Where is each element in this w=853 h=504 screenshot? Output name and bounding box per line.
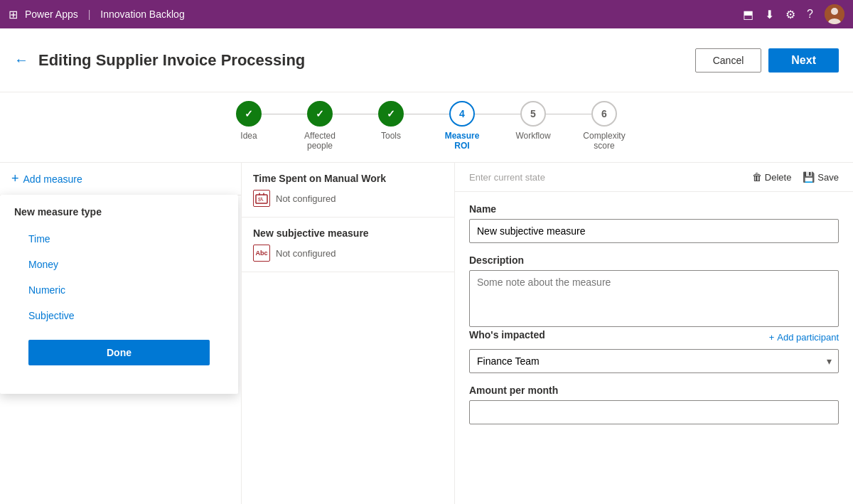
name-label: Name [469, 203, 839, 215]
help-icon[interactable]: ? [807, 8, 813, 21]
time-money-icon: $ [253, 190, 270, 207]
add-participant-link[interactable]: + Add participant [769, 332, 839, 343]
dropdown-done-button[interactable]: Done [28, 340, 210, 365]
page-title: Editing Supplier Invoice Processing [38, 51, 695, 70]
step-idea-label: Idea [240, 131, 257, 141]
participant-select-wrapper: Finance Team ▾ [469, 349, 839, 373]
back-button[interactable]: ← [14, 52, 28, 68]
right-panel: Enter current state 🗑 Delete 💾 Save Name… [455, 163, 853, 504]
measure-card-status-2: Abc Not configured [253, 245, 443, 262]
enter-current-state-label: Enter current state [469, 172, 545, 183]
abc-icon: Abc [253, 245, 270, 262]
topbar-separator: | [88, 9, 91, 20]
step-measure-circle: 4 [449, 101, 475, 127]
brand-label: Power Apps [25, 9, 78, 20]
topbar: ⊞ Power Apps | Innovation Backlog ⬒ ⬇ ⚙ … [0, 0, 853, 28]
step-complexity[interactable]: 6 Complexityscore [569, 101, 640, 151]
left-panel: + Add measure Sug Tim Mo Nu Sub New meas… [0, 163, 242, 504]
step-workflow[interactable]: 5 Workflow [498, 101, 569, 151]
measure-card-status: $ Not configured [253, 190, 443, 207]
fullscreen-icon[interactable]: ⬒ [743, 8, 753, 21]
whos-impacted-label: Who's impacted [469, 329, 545, 341]
step-tools-label: Tools [381, 131, 401, 141]
step-measure-label: MeasureROI [445, 131, 480, 151]
step-workflow-circle: 5 [520, 101, 546, 127]
add-measure-row[interactable]: + Add measure [0, 163, 241, 195]
right-panel-header: Enter current state 🗑 Delete 💾 Save [455, 163, 853, 192]
measure-card-time[interactable]: Time Spent on Manual Work $ Not configur… [242, 163, 454, 218]
svg-text:$: $ [258, 197, 261, 202]
center-panel: Time Spent on Manual Work $ Not configur… [242, 163, 455, 504]
amount-input[interactable] [469, 400, 839, 424]
step-measure-roi[interactable]: 4 MeasureROI [426, 101, 498, 151]
right-panel-body: Name Description Who's impacted + Add pa… [455, 192, 853, 436]
step-complexity-label: Complexityscore [583, 131, 625, 151]
step-affected-people[interactable]: ✓ Affectedpeople [284, 101, 355, 151]
main-content: + Add measure Sug Tim Mo Nu Sub New meas… [0, 163, 853, 504]
next-button[interactable]: Next [768, 48, 839, 73]
measure-status-text: Not configured [276, 193, 336, 204]
measure-card-title-2: New subjective measure [253, 227, 443, 239]
dropdown-item-subjective[interactable]: Subjective [0, 303, 238, 328]
right-panel-header-actions: 🗑 Delete 💾 Save [752, 171, 839, 183]
grid-icon[interactable]: ⊞ [9, 8, 18, 21]
save-action[interactable]: 💾 Save [803, 171, 839, 183]
delete-icon: 🗑 [752, 171, 762, 183]
step-workflow-label: Workflow [515, 131, 550, 141]
participant-select[interactable]: Finance Team [469, 349, 839, 373]
steps-bar: ✓ Idea ✓ Affectedpeople ✓ Tools 4 Measur… [0, 92, 853, 163]
header: ← Editing Supplier Invoice Processing Ca… [0, 28, 853, 92]
description-label: Description [469, 254, 839, 266]
amount-label: Amount per month [469, 385, 839, 396]
measure-status-text-2: Not configured [276, 248, 336, 259]
name-input[interactable] [469, 219, 839, 243]
svg-point-1 [831, 8, 838, 15]
step-affected-label: Affectedpeople [304, 131, 336, 151]
delete-label: Delete [765, 172, 792, 183]
header-actions: Cancel Next [695, 48, 839, 73]
add-participant-label: Add participant [777, 332, 839, 343]
dropdown-item-money[interactable]: Money [0, 252, 238, 277]
delete-action[interactable]: 🗑 Delete [752, 171, 792, 183]
measure-card-subjective[interactable]: New subjective measure Abc Not configure… [242, 218, 454, 272]
add-participant-plus-icon: + [769, 332, 775, 343]
cancel-button[interactable]: Cancel [695, 48, 762, 73]
whos-impacted-row: Who's impacted + Add participant [469, 329, 839, 345]
save-icon: 💾 [803, 171, 815, 183]
measure-type-dropdown: New measure type Time Money Numeric Subj… [0, 195, 238, 394]
dropdown-item-time[interactable]: Time [0, 226, 238, 252]
avatar[interactable] [825, 4, 844, 24]
dropdown-item-numeric[interactable]: Numeric [0, 277, 238, 303]
add-measure-label: Add measure [23, 173, 82, 185]
settings-icon[interactable]: ⚙ [785, 8, 795, 21]
measure-card-title: Time Spent on Manual Work [253, 173, 443, 184]
app-name-label: Innovation Backlog [100, 9, 184, 20]
step-idea-circle: ✓ [236, 101, 262, 127]
step-idea[interactable]: ✓ Idea [213, 101, 284, 151]
add-measure-plus-icon: + [11, 171, 19, 186]
step-complexity-circle: 6 [591, 101, 617, 127]
step-tools[interactable]: ✓ Tools [355, 101, 426, 151]
topbar-right: ⬒ ⬇ ⚙ ? [743, 4, 844, 24]
dropdown-title: New measure type [0, 206, 238, 226]
description-input[interactable] [469, 270, 839, 327]
step-tools-circle: ✓ [378, 101, 404, 127]
step-affected-circle: ✓ [307, 101, 333, 127]
save-label: Save [817, 172, 839, 183]
download-icon[interactable]: ⬇ [765, 8, 774, 21]
